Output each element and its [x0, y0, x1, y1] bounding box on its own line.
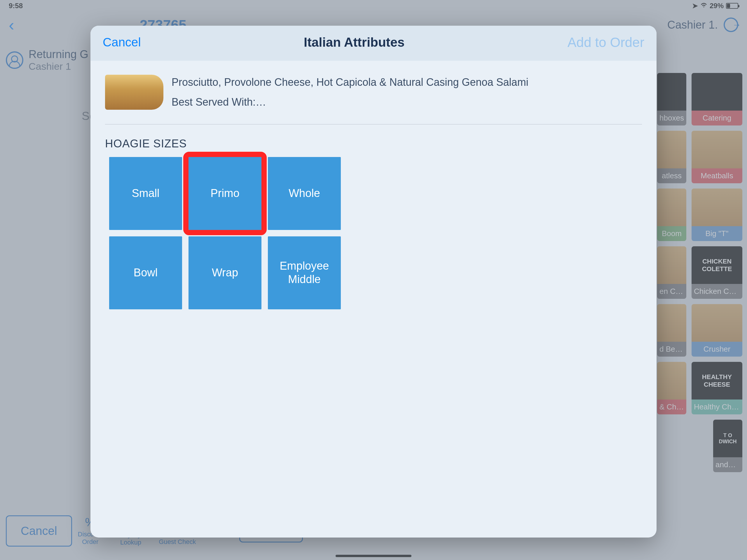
section-title-sizes: HOAGIE SIZES	[105, 137, 642, 150]
size-whole[interactable]: Whole	[268, 157, 341, 230]
item-thumbnail	[105, 75, 163, 110]
modal-header: Cancel Italian Attributes Add to Order	[91, 26, 656, 61]
size-wrap[interactable]: Wrap	[188, 236, 261, 309]
modal-cancel-button[interactable]: Cancel	[103, 35, 141, 49]
modal-title: Italian Attributes	[304, 35, 405, 50]
size-employee-middle[interactable]: Employee Middle	[268, 236, 341, 309]
size-small[interactable]: Small	[109, 157, 182, 230]
item-best-served: Best Served With:…	[172, 92, 529, 112]
size-grid: Small Primo Whole Bowl Wrap Employee Mid…	[109, 157, 642, 309]
item-info: Prosciutto, Provolone Cheese, Hot Capico…	[105, 72, 642, 125]
size-primo[interactable]: Primo	[188, 157, 261, 230]
attributes-modal: Cancel Italian Attributes Add to Order P…	[91, 26, 656, 537]
add-to-order-button[interactable]: Add to Order	[568, 34, 644, 50]
item-description: Prosciutto, Provolone Cheese, Hot Capico…	[172, 72, 529, 92]
size-bowl[interactable]: Bowl	[109, 236, 182, 309]
